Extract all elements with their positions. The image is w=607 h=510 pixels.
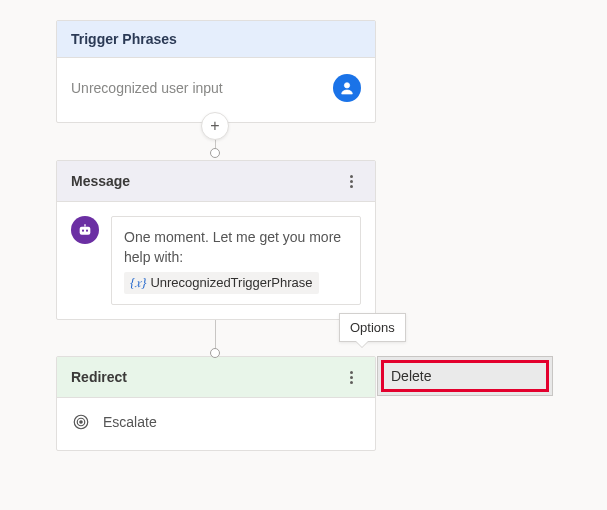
- variable-chip[interactable]: {𝑥} UnrecognizedTriggerPhrase: [124, 272, 319, 295]
- user-icon: [333, 74, 361, 102]
- trigger-phrases-card[interactable]: Trigger Phrases Unrecognized user input: [56, 20, 376, 123]
- redirect-card[interactable]: Redirect Escalate: [56, 356, 376, 451]
- trigger-phrase-text: Unrecognized user input: [71, 80, 223, 96]
- options-tooltip: Options: [339, 313, 406, 342]
- connector-anchor: [210, 148, 220, 158]
- svg-rect-4: [84, 224, 85, 227]
- variable-name: UnrecognizedTriggerPhrase: [150, 274, 312, 293]
- add-node-button[interactable]: +: [201, 112, 229, 140]
- message-text-box[interactable]: One moment. Let me get you more help wit…: [111, 216, 361, 305]
- message-options-button[interactable]: [341, 171, 361, 191]
- svg-point-3: [86, 230, 88, 232]
- message-card[interactable]: Message One moment. Let me get you more …: [56, 160, 376, 320]
- message-header: Message: [71, 173, 130, 189]
- escalate-icon: [71, 412, 91, 432]
- svg-point-0: [344, 83, 349, 88]
- svg-rect-1: [80, 227, 91, 235]
- variable-fx-icon: {𝑥}: [130, 274, 146, 293]
- redirect-target: Escalate: [103, 414, 157, 430]
- message-text: One moment. Let me get you more help wit…: [124, 227, 348, 268]
- menu-item-delete[interactable]: Delete: [381, 360, 549, 392]
- connector-anchor: [210, 348, 220, 358]
- svg-point-2: [82, 230, 84, 232]
- redirect-options-button[interactable]: [341, 367, 361, 387]
- trigger-phrases-header: Trigger Phrases: [57, 21, 375, 58]
- bot-icon: [71, 216, 99, 244]
- svg-point-7: [80, 421, 82, 423]
- options-menu: Delete: [377, 356, 553, 396]
- redirect-header: Redirect: [71, 369, 127, 385]
